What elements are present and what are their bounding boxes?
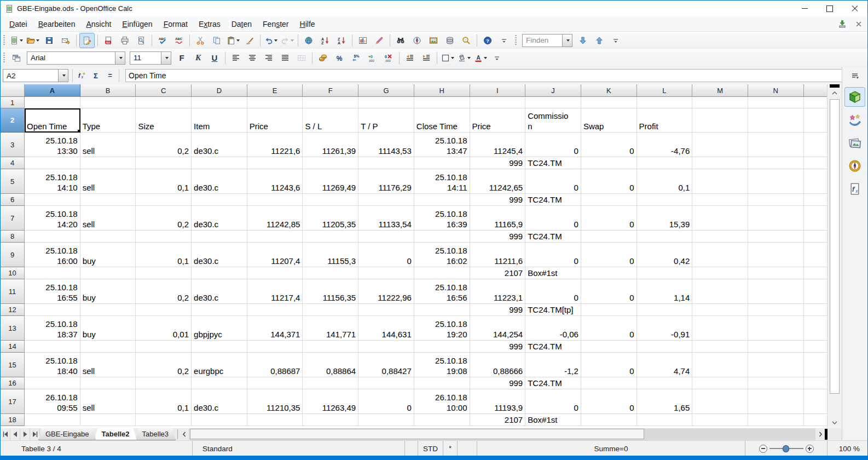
maximize-button[interactable] <box>817 1 842 16</box>
cell-a5[interactable]: 25.10.18 14:10 <box>25 169 80 194</box>
save-button[interactable] <box>42 33 57 48</box>
cell-g16[interactable] <box>358 377 414 389</box>
cell-m15[interactable] <box>692 353 748 377</box>
column-header-l[interactable]: L <box>637 84 693 97</box>
cell-a8[interactable] <box>25 231 80 243</box>
cell-l2[interactable]: Profit <box>637 108 693 133</box>
menu-item-daten[interactable]: Daten <box>226 18 257 31</box>
cell-m12[interactable] <box>692 304 748 316</box>
cell-i15[interactable]: 0,88666 <box>470 353 526 377</box>
cell-n3[interactable] <box>748 133 804 157</box>
cell-n2[interactable] <box>748 108 804 133</box>
edit-mode-button[interactable] <box>79 33 95 48</box>
sheet-nav-last-button[interactable] <box>30 428 40 440</box>
cell-m1[interactable] <box>692 97 748 108</box>
cell-f9[interactable]: 11155,3 <box>303 243 358 267</box>
cell-m4[interactable] <box>692 157 748 169</box>
cell-l7[interactable]: 15,39 <box>637 206 693 231</box>
cell-a12[interactable] <box>25 304 80 316</box>
sort-descending-button[interactable]: ZA <box>334 33 349 48</box>
standard-format-button[interactable]: $% <box>348 50 363 66</box>
cell-m17[interactable] <box>692 389 748 414</box>
cell-c1[interactable] <box>136 97 192 108</box>
cell-e18[interactable] <box>247 414 303 426</box>
email-button[interactable] <box>58 33 73 48</box>
cell-f13[interactable]: 141,771 <box>303 316 358 341</box>
cell-h12[interactable] <box>414 304 470 316</box>
cell-h15[interactable]: 25.10.18 19:08 <box>414 353 470 377</box>
cell-m6[interactable] <box>692 194 748 206</box>
cell-d13[interactable]: gbpjpyc <box>192 316 247 341</box>
equals-button[interactable]: = <box>103 69 117 82</box>
horizontal-scrollbar[interactable] <box>189 428 815 440</box>
cell-h4[interactable] <box>414 157 470 169</box>
cell-j5[interactable]: 0 <box>525 169 581 194</box>
cell-c2[interactable]: Size <box>136 108 192 133</box>
cell-g10[interactable] <box>358 267 414 279</box>
cell-f18[interactable] <box>303 414 358 426</box>
cell-b12[interactable] <box>80 304 136 316</box>
open-button[interactable] <box>25 33 40 48</box>
sum-indicator[interactable]: Summe=0 <box>477 441 745 456</box>
row-header-4[interactable]: 4 <box>1 157 25 169</box>
pdf-export-button[interactable]: PDF <box>101 33 116 48</box>
decrease-indent-button[interactable] <box>402 50 418 66</box>
font-color-button[interactable]: A <box>473 50 488 66</box>
column-header-a[interactable]: A <box>25 84 80 97</box>
cell-b6[interactable] <box>80 194 136 206</box>
column-header-f[interactable]: F <box>303 84 358 97</box>
sheet-tab-gbe-eingabe[interactable]: GBE-Eingabe <box>38 428 96 440</box>
toolbar-drag-handle[interactable] <box>3 35 5 46</box>
cell-h2[interactable]: Close Time <box>414 108 470 133</box>
row-header-2[interactable]: 2 <box>1 108 25 133</box>
cell-h5[interactable]: 25.10.18 14:11 <box>414 169 470 194</box>
menu-item-fenster[interactable]: Fenster <box>257 18 294 31</box>
zoom-out-button[interactable] <box>759 445 767 453</box>
column-header-j[interactable]: J <box>525 84 581 97</box>
menu-item-hilfe[interactable]: Hilfe <box>294 18 321 31</box>
cell-k13[interactable]: 0 <box>581 316 637 341</box>
menu-item-einfugen[interactable]: Einfügen <box>117 18 158 31</box>
cell-l11[interactable]: 1,14 <box>637 279 693 304</box>
find-up-button[interactable] <box>592 33 607 48</box>
cell-m11[interactable] <box>692 279 748 304</box>
function-wizard-button[interactable]: fx <box>74 69 89 82</box>
cell-g9[interactable]: 0 <box>358 243 414 267</box>
cut-button[interactable] <box>193 33 208 48</box>
cell-b7[interactable]: sell <box>80 206 136 231</box>
cell-g4[interactable] <box>358 157 414 169</box>
chart-button[interactable] <box>355 33 371 48</box>
cell-g12[interactable] <box>358 304 414 316</box>
row-header-10[interactable]: 10 <box>1 267 25 279</box>
cell-n17[interactable] <box>748 389 804 414</box>
cell-h3[interactable]: 25.10.18 13:47 <box>414 133 470 157</box>
cell-e5[interactable]: 11243,6 <box>247 169 303 194</box>
cell-c16[interactable] <box>136 377 192 389</box>
cell-h13[interactable]: 25.10.18 19:20 <box>414 316 470 341</box>
format-paintbrush-button[interactable] <box>242 33 257 48</box>
sheet-tab-tabelle2[interactable]: Tabelle2 <box>95 428 137 440</box>
cell-c13[interactable]: 0,01 <box>136 316 192 341</box>
cell-d3[interactable]: de30.c <box>192 133 247 157</box>
cell-d12[interactable] <box>192 304 247 316</box>
gallery-button[interactable] <box>426 33 441 48</box>
cell-j8[interactable]: TC24.TM <box>525 231 581 243</box>
cell-m9[interactable] <box>692 243 748 267</box>
cell-i7[interactable]: 11165,9 <box>470 206 526 231</box>
cell-l10[interactable] <box>637 267 693 279</box>
cell-e16[interactable] <box>247 377 303 389</box>
cell-j14[interactable]: TC24.TM <box>525 341 581 353</box>
sidebar-tab-functions[interactable]: fx <box>844 179 865 199</box>
cell-f16[interactable] <box>303 377 358 389</box>
cell-n10[interactable] <box>748 267 804 279</box>
cell-n6[interactable] <box>748 194 804 206</box>
sheet-tab-tabelle3[interactable]: Tabelle3 <box>135 428 176 440</box>
cell-d8[interactable] <box>192 231 247 243</box>
cell-k17[interactable]: 0 <box>581 389 637 414</box>
hyperlink-button[interactable] <box>301 33 316 48</box>
sort-ascending-button[interactable]: AZ <box>317 33 333 48</box>
cell-b11[interactable]: buy <box>80 279 136 304</box>
cell-i5[interactable]: 11242,65 <box>470 169 526 194</box>
cell-i6[interactable]: 999 <box>470 194 526 206</box>
cell-k12[interactable] <box>581 304 637 316</box>
